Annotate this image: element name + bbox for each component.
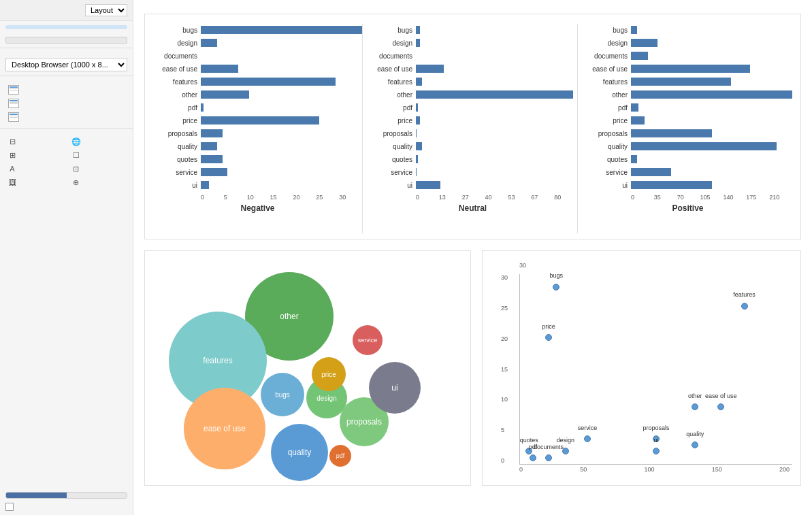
text-icon: A bbox=[7, 164, 17, 173]
svg-rect-7 bbox=[10, 116, 18, 116]
positive-panel: bugsdesigndocumentsease of usefeaturesot… bbox=[577, 24, 792, 233]
obj-blank[interactable]: ☐ bbox=[69, 149, 128, 161]
sheets-section bbox=[0, 76, 133, 129]
bar-fill bbox=[631, 142, 777, 150]
bubble-pdf: pdf bbox=[329, 445, 351, 467]
scatter-label-other: other bbox=[688, 393, 702, 399]
bar-label: quality bbox=[368, 143, 416, 150]
bar-label: design bbox=[368, 39, 416, 47]
bar-fill bbox=[416, 26, 420, 34]
bar-track bbox=[631, 90, 792, 99]
button-icon: ⊡ bbox=[71, 164, 81, 173]
scatter-label-bugs: bugs bbox=[550, 272, 564, 279]
bar-row: ui bbox=[583, 179, 792, 191]
bar-label: quality bbox=[153, 143, 201, 150]
bar-track bbox=[201, 181, 362, 189]
obj-webpage[interactable]: 🌐 bbox=[69, 135, 128, 148]
bar-label: design bbox=[583, 39, 631, 47]
bar-row: design bbox=[583, 37, 792, 49]
bar-label: proposals bbox=[368, 130, 416, 137]
bar-track bbox=[631, 26, 792, 34]
bar-label: other bbox=[368, 91, 416, 99]
bar-label: quotes bbox=[153, 156, 201, 163]
bar-label: ease of use bbox=[583, 65, 631, 73]
bar-track bbox=[201, 52, 362, 60]
bar-fill bbox=[631, 52, 648, 60]
vertical-icon: ⊞ bbox=[7, 150, 17, 160]
bar-row: service bbox=[368, 166, 577, 178]
bubble-quality: quality bbox=[271, 424, 328, 481]
bar-track bbox=[631, 181, 792, 189]
bar-label: ui bbox=[583, 182, 631, 189]
bar-row: features bbox=[153, 76, 362, 88]
bar-track bbox=[201, 26, 362, 34]
sheets-list bbox=[5, 83, 127, 124]
layout-phone[interactable] bbox=[5, 29, 127, 33]
obj-vertical[interactable]: ⊞ bbox=[5, 149, 64, 161]
bar-fill bbox=[416, 103, 418, 112]
bar-track bbox=[416, 52, 577, 60]
bar-track bbox=[201, 168, 362, 176]
bar-track bbox=[201, 90, 362, 99]
scatter-area: 0 5 10 15 20 25 30 bugsfeaturespriceothe… bbox=[519, 274, 792, 465]
sidebar-header: Layout bbox=[0, 0, 133, 21]
bar-row: bugs bbox=[368, 24, 577, 36]
obj-extension[interactable]: ⊕ bbox=[69, 176, 128, 188]
webpage-icon: 🌐 bbox=[71, 137, 81, 146]
bar-row: service bbox=[583, 166, 792, 178]
bubble-section: otherfeaturesbugsdesignease of usepropos… bbox=[144, 250, 471, 486]
obj-text[interactable]: A bbox=[5, 163, 64, 175]
bar-fill bbox=[201, 65, 238, 73]
bar-fill bbox=[416, 116, 420, 124]
bar-row: ease of use bbox=[583, 63, 792, 75]
bar-row: design bbox=[153, 37, 362, 49]
bar-fill bbox=[631, 65, 750, 73]
size-select[interactable]: Desktop Browser (1000 x 8... bbox=[5, 58, 127, 71]
bar-row: features bbox=[583, 76, 792, 88]
scatter-label-ease of use: ease of use bbox=[705, 393, 737, 399]
bar-fill bbox=[201, 181, 209, 189]
bar-label: bugs bbox=[583, 27, 631, 34]
obj-button[interactable]: ⊡ bbox=[69, 163, 128, 175]
obj-image[interactable]: 🖼 bbox=[5, 176, 64, 188]
scatter-y-ticks: 0 5 10 15 20 25 30 bbox=[501, 274, 508, 464]
svg-rect-6 bbox=[10, 114, 18, 115]
bubble-ui: ui bbox=[369, 362, 421, 414]
bar-row: bugs bbox=[153, 24, 362, 36]
bar-label: pdf bbox=[153, 104, 201, 112]
bar-label: ui bbox=[153, 182, 201, 189]
sheet-item-2[interactable] bbox=[5, 97, 127, 110]
scatter-point-price bbox=[545, 334, 552, 341]
bar-fill bbox=[416, 181, 440, 189]
bar-row: documents bbox=[583, 50, 792, 62]
bar-label: bugs bbox=[153, 27, 201, 34]
device-preview-button[interactable] bbox=[5, 37, 127, 44]
floating-button[interactable] bbox=[67, 493, 127, 498]
bar-track bbox=[631, 78, 792, 86]
bubble-service: service bbox=[353, 325, 383, 355]
bar-row: price bbox=[583, 114, 792, 127]
tiled-button[interactable] bbox=[6, 493, 67, 498]
sheet-item-1[interactable] bbox=[5, 83, 127, 97]
bar-track bbox=[631, 103, 792, 112]
bar-label: quotes bbox=[583, 156, 631, 163]
objects-section: ⊟ 🌐 ⊞ ☐ A ⊡ � bbox=[0, 129, 133, 486]
svg-rect-5 bbox=[10, 103, 18, 104]
scatter-point-ease of use bbox=[717, 403, 724, 410]
bar-track bbox=[631, 52, 792, 60]
layout-select[interactable]: Layout bbox=[85, 4, 127, 16]
scatter-point-features bbox=[741, 303, 748, 310]
scatter-label-price: price bbox=[542, 323, 555, 330]
bar-label: ui bbox=[368, 182, 416, 189]
bar-row: quality bbox=[153, 140, 362, 152]
bar-track bbox=[631, 142, 792, 150]
show-dashboard-title[interactable] bbox=[0, 503, 133, 515]
sidebar: Layout Desktop Browser (1000 x 8... bbox=[0, 0, 133, 515]
obj-horizontal[interactable]: ⊟ bbox=[5, 135, 64, 148]
bar-row: quotes bbox=[583, 153, 792, 165]
show-title-checkbox[interactable] bbox=[5, 503, 14, 511]
bottom-charts: otherfeaturesbugsdesignease of usepropos… bbox=[144, 250, 801, 486]
bar-row: ui bbox=[153, 179, 362, 191]
sheet-item-3[interactable] bbox=[5, 110, 127, 124]
bar-row: pdf bbox=[583, 101, 792, 114]
